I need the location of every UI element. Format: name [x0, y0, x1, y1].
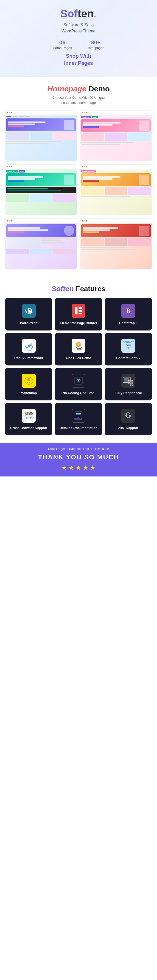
svg-rect-36	[126, 415, 127, 417]
demo-card-5[interactable]	[5, 218, 77, 269]
feature-responsive-label: Fully Responsive	[115, 391, 142, 395]
el-icon-box	[71, 304, 86, 318]
svg-rect-32	[76, 416, 80, 416]
star-1: ★	[62, 464, 67, 471]
svg-text:</>: </>	[75, 378, 81, 383]
responsive-icon-box	[121, 374, 135, 388]
features-title: Soften Features	[5, 285, 152, 293]
stat-totalpages-number: 30+	[87, 39, 104, 46]
stars-row: ★ ★ ★ ★ ★	[5, 464, 152, 471]
svg-rect-37	[130, 415, 130, 417]
features-title-soften: Soften	[51, 285, 74, 293]
click-icon-box: CLICK!	[71, 339, 86, 353]
mini-hero	[6, 118, 76, 131]
tag-software: Software	[81, 116, 91, 118]
star-4: ★	[83, 464, 89, 471]
stat-homepages-label: Home Pages	[53, 46, 72, 50]
mailchimp-icon	[21, 373, 36, 388]
tag-saas2: Sass	[19, 170, 25, 172]
feature-mailchimp: Mailchimp	[5, 368, 52, 401]
tag-build: Build Software	[81, 170, 96, 172]
feature-contactform: CONTACT Form 7 Contact Form 7	[105, 333, 152, 366]
svg-rect-31	[76, 414, 81, 415]
features-section: Soften Features WordPress	[0, 277, 157, 443]
browser-bar	[80, 165, 152, 169]
wordpress-icon	[21, 303, 36, 318]
browser-bar	[80, 110, 152, 115]
star-2: ★	[68, 464, 74, 471]
mini-hero	[81, 224, 151, 237]
mini-nav	[6, 116, 76, 118]
feature-bootstrap: B Bootstrap 5	[105, 298, 152, 331]
browser-minimize	[9, 112, 10, 113]
browser-minimize	[9, 166, 10, 167]
stat-totalpages-label: Total pages	[87, 46, 104, 50]
demo-card-3[interactable]: Application Sass	[5, 164, 77, 215]
browser-maximize	[11, 220, 12, 221]
feature-docs: Detailed Documentation	[55, 403, 102, 435]
svg-rect-19	[131, 383, 132, 385]
demo-card-2[interactable]: Software SaaS	[80, 110, 152, 161]
browser-minimize	[84, 166, 85, 167]
stat-homepages: 06 Home Pages	[53, 39, 72, 50]
nocode-icon-box: </>	[71, 374, 86, 388]
feature-nocoding-label: No Coding Required	[62, 391, 95, 395]
wp-icon-box	[22, 304, 36, 318]
homepage-demo-title: Homepage Demo	[5, 84, 152, 93]
redux-icon	[21, 338, 36, 353]
browser-maximize	[11, 166, 12, 167]
svg-point-10	[27, 379, 28, 380]
mini-cards	[81, 187, 151, 195]
browser-close	[82, 166, 83, 167]
feature-redux: Redux Framework	[5, 333, 52, 366]
browser-maximize	[86, 220, 87, 221]
feature-support-label: 24/7 Support	[118, 426, 138, 430]
mini-hero	[6, 224, 76, 237]
redux-icon-box	[22, 339, 36, 353]
homepage-demo-subtitle: Choose Your Demo With 06 Unique and Crea…	[5, 95, 152, 105]
tagline: Software & Sass WordPress Theme	[5, 22, 152, 34]
bs-icon-box: B	[121, 304, 135, 318]
feature-support: 24/7 Support	[105, 403, 152, 435]
footer-thanks: THANK YOU SO MUCH	[5, 453, 152, 461]
star-3: ★	[76, 464, 81, 471]
browser-minimize	[84, 220, 85, 221]
svg-rect-30	[76, 413, 81, 414]
svg-rect-4	[78, 313, 82, 314]
demo-card-1[interactable]	[5, 110, 77, 161]
mini-hero	[6, 173, 76, 186]
homepage-demo-section: Homepage Demo Choose Your Demo With 06 U…	[0, 77, 157, 277]
feature-wordpress: WordPress	[5, 298, 52, 331]
demo-card-4[interactable]: Build Software	[80, 164, 152, 215]
feature-redux-label: Redux Framework	[14, 356, 43, 360]
mini-cards	[6, 132, 76, 140]
dc-tags: Build Software	[81, 170, 151, 172]
feature-crossbrowser: e Cross Browser Support	[5, 403, 52, 435]
browser-close	[7, 112, 8, 113]
shop-with: Shop With Inner Pages	[5, 52, 152, 67]
feature-contactform-label: Contact Form 7	[116, 356, 140, 360]
elementor-icon	[71, 303, 86, 318]
oneclick-icon: CLICK!	[71, 338, 86, 353]
svg-rect-2	[78, 307, 82, 309]
features-title-wrap: Soften Features	[5, 285, 152, 293]
svg-point-11	[29, 379, 30, 380]
footer-section: Don't Forget to Rate This Item, it's Hel…	[0, 443, 157, 476]
mailchimp-icon-box	[22, 374, 36, 388]
support-icon-box	[121, 409, 135, 423]
browser-bar	[5, 110, 77, 115]
header-section: Soften. Software & Sass WordPress Theme …	[0, 0, 157, 77]
crossbrowser-icon: e	[21, 408, 36, 423]
feature-oneclick-label: One Click Demo	[66, 356, 91, 360]
browser-maximize	[86, 166, 87, 167]
browser-minimize	[9, 220, 10, 221]
logo-ten: ten	[78, 8, 94, 20]
svg-text:CLICK!: CLICK!	[73, 342, 84, 346]
demo-card-6[interactable]	[80, 218, 152, 269]
contact-icon-box: CONTACT Form 7	[121, 339, 135, 353]
logo-soft: Sof	[60, 8, 78, 20]
nocoding-icon: </>	[71, 373, 86, 388]
star-5: ★	[90, 464, 95, 471]
browser-close	[7, 166, 8, 167]
stat-totalpages: 30+ Total pages	[87, 39, 104, 50]
